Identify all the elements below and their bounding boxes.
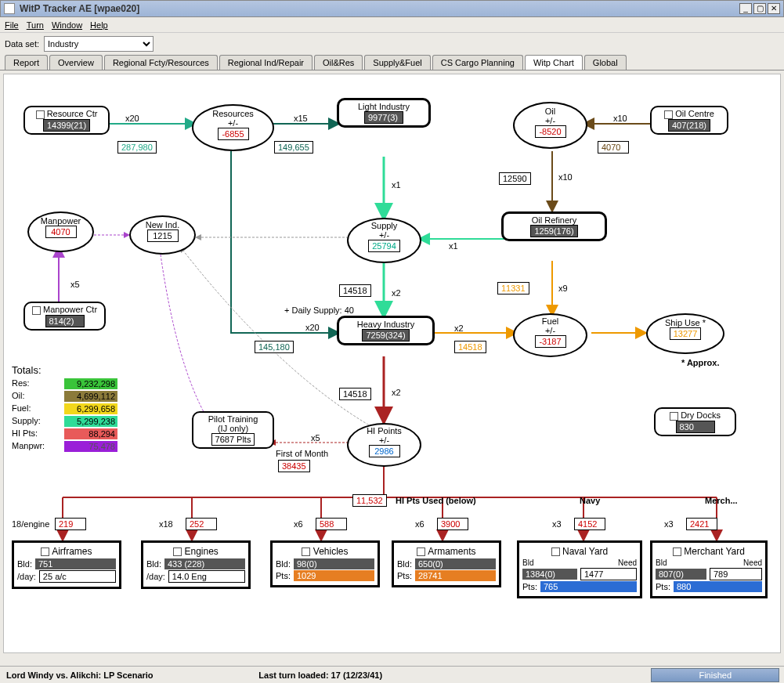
value: 9977(3) [364, 111, 403, 124]
checkbox-vehicles[interactable] [302, 547, 310, 556]
pts: 1029 [294, 570, 374, 581]
title: Airframes [52, 546, 92, 557]
menu-help[interactable]: Help [90, 20, 108, 30]
day: 14.0 Eng [168, 570, 245, 583]
value: 1215 [147, 229, 179, 242]
close-icon[interactable]: ✕ [768, 3, 780, 14]
label: Heavy Industry [342, 320, 429, 329]
edge-label: x2 [392, 288, 401, 298]
edge-value: 14518 [454, 341, 486, 353]
checkbox-armaments[interactable] [417, 547, 425, 556]
node-hi-points: HI Points +/- 2986 [347, 423, 421, 467]
node-supply: Supply +/- 25794 [347, 218, 421, 263]
node-heavy-industry: Heavy Industry 7259(324) [337, 316, 435, 345]
prod-mult: x3 [552, 519, 562, 529]
prodbox-engines: Engines Bld:433 (228) /day:14.0 Eng [141, 540, 251, 589]
minimize-icon[interactable]: _ [739, 3, 752, 14]
prod-used: 3900 [437, 518, 468, 530]
node-manpower: Manpower 4070 [27, 211, 94, 252]
sub: (IJ only) [197, 424, 269, 433]
value: 7259(324) [362, 329, 409, 342]
title: Engines [184, 546, 218, 557]
label: Pilot Training [197, 414, 269, 424]
bld: 98(0) [294, 558, 374, 569]
prodbox-vehicles: Vehicles Bld:98(0) Pts:1029 [270, 540, 380, 587]
menu-turn[interactable]: Turn [27, 20, 44, 30]
node-resources: Resources +/- -6855 [192, 104, 274, 151]
checkbox-naval[interactable] [551, 547, 560, 556]
edge-label: x10 [558, 172, 573, 182]
totals-label: Fuel: [12, 403, 31, 413]
node-pilot-training: Pilot Training (IJ only) 7687 Plts [192, 411, 274, 449]
totals-label: Manpwr: [12, 441, 45, 450]
node-new-ind: New Ind. 1215 [129, 215, 196, 255]
tab-report[interactable]: Report [5, 55, 48, 70]
maximize-icon[interactable]: ▢ [753, 3, 766, 14]
sub: +/- [518, 326, 583, 335]
tabs: Report Overview Regional Fcty/Resources … [0, 55, 784, 70]
dataset-select[interactable]: Industry [44, 36, 154, 52]
value: 7687 Plts [211, 433, 255, 446]
titlebar: WitP Tracker AE [wpae020] _ ▢ ✕ [0, 0, 784, 17]
pts: 880 [674, 581, 762, 592]
bld: 650(0) [415, 558, 496, 569]
title: Armaments [428, 546, 475, 557]
daylabel: /day: [146, 572, 165, 581]
node-manpower-ctr: Manpower Ctr 814(2) [23, 302, 106, 331]
label: Manpower [32, 216, 89, 226]
ptslabel: Pts: [522, 582, 537, 591]
chart-canvas: Resource Ctr 14399(21) Resources +/- -68… [3, 74, 781, 653]
label: Oil [518, 107, 583, 116]
totals-value: 75,478 [64, 441, 117, 452]
totals-value: 6,299,658 [64, 403, 117, 414]
checkbox-oil-centre[interactable] [664, 110, 673, 119]
edge-label: + Daily Supply: 40 [284, 305, 354, 315]
label: Resources [197, 109, 269, 118]
checkbox-manpower-ctr[interactable] [32, 306, 41, 315]
sub: +/- [352, 435, 417, 445]
value: -6855 [218, 128, 249, 140]
value: 407(218) [668, 119, 710, 132]
finished-button[interactable]: Finished [651, 668, 779, 682]
label: Oil Refinery [507, 215, 602, 225]
prodbox-airframes: Airframes Bld:751 /day:25 a/c [12, 540, 121, 589]
statusbar: Lord Windy vs. Alikchi: LP Scenario Last… [0, 666, 784, 683]
daylabel: /day: [17, 572, 36, 581]
edge-value: 149,655 [274, 141, 313, 154]
tab-oilres[interactable]: Oil&Res [314, 55, 363, 70]
prod-mult: 18/engine [12, 519, 49, 529]
bld: 751 [35, 558, 116, 569]
tab-overview[interactable]: Overview [49, 55, 103, 70]
tab-cscargo[interactable]: CS Cargo Planning [432, 55, 523, 70]
checkbox-dry-docks[interactable] [670, 412, 678, 421]
checkbox-airframes[interactable] [41, 547, 49, 556]
edge-label: x2 [454, 323, 464, 333]
edge-label: x10 [613, 114, 627, 123]
prodbox-merchant: Merchant Yard BldNeed 807(0)789 Pts:880 [650, 540, 768, 598]
tab-global[interactable]: Global [584, 55, 627, 70]
label: Light Industry [342, 102, 425, 111]
menubar: File Turn Window Help [0, 17, 784, 33]
checkbox-merchant[interactable] [673, 547, 681, 556]
edge-value: 11,532 [352, 494, 387, 507]
node-oil-centre: Oil Centre 407(218) [650, 106, 728, 135]
totals-label: HI Pts: [12, 428, 38, 438]
totals-value: 5,299,238 [64, 416, 117, 427]
totals-label: Oil: [12, 391, 25, 400]
checkbox-resource-ctr[interactable] [36, 110, 45, 119]
value: 1259(176) [530, 225, 577, 237]
menu-window[interactable]: Window [52, 20, 82, 30]
edge-value: 14518 [339, 388, 371, 400]
tab-regional-ind[interactable]: Regional Ind/Repair [219, 55, 313, 70]
tab-witpchart[interactable]: Witp Chart [525, 55, 583, 70]
checkbox-engines[interactable] [173, 547, 182, 556]
tab-supplyfuel[interactable]: Supply&Fuel [364, 55, 430, 70]
edge-label: Merch... [705, 496, 738, 505]
node-resource-ctr: Resource Ctr 14399(21) [23, 106, 110, 135]
tab-regional-fcty[interactable]: Regional Fcty/Resources [104, 55, 218, 70]
edge-value: 145,180 [255, 341, 294, 353]
menu-file[interactable]: File [5, 20, 19, 30]
node-oil-refinery: Oil Refinery 1259(176) [501, 211, 607, 241]
ptslabel: Pts: [276, 571, 291, 580]
node-fuel: Fuel +/- -3187 [513, 313, 587, 357]
